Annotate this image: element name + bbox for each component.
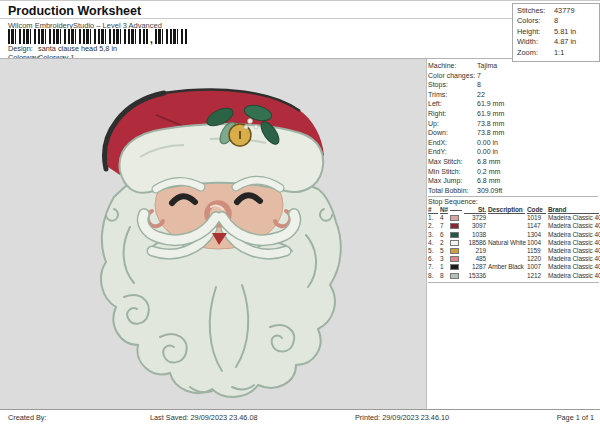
machine-value: 0.00 in: [477, 138, 498, 148]
thread-swatch: [450, 256, 459, 262]
machine-label: Down:: [428, 129, 448, 136]
height-label: Height:: [517, 27, 540, 36]
summary-row: Width:4.87 in: [513, 37, 599, 47]
machine-row: Down:73.8 mm: [428, 128, 598, 138]
machine-value: 8: [477, 80, 481, 90]
machine-row: Max Jump:6.8 mm: [428, 176, 598, 186]
machine-row: Min Stitch:0.2 mm: [428, 167, 598, 177]
width-value: 4.87 in: [554, 37, 576, 47]
design-value: santa clause head 5,8 in: [38, 44, 117, 53]
colors-value: 8: [554, 16, 558, 26]
machine-label: EndX:: [428, 139, 447, 146]
machine-value: 0.2 mm: [477, 167, 500, 177]
barcode-bars-right: [155, 29, 187, 44]
stop-table-header: # N# St. Description Code Brand: [428, 206, 599, 214]
design-canvas: [0, 59, 427, 409]
machine-row: Stops:8: [428, 80, 598, 90]
machine-label: Left:: [428, 100, 442, 107]
table-row: 5.5 219 1159Madeira Classic 40: [428, 247, 599, 255]
summary-box: Stitches:43779 Colors:8 Height:5.81 in W…: [512, 3, 600, 62]
barcode-bars-left: [8, 29, 148, 44]
printed-text: Printed: 29/09/2023 23.46.10: [355, 413, 449, 422]
machine-value: 6.8 mm: [477, 157, 500, 167]
page-title: Production Worksheet: [8, 4, 141, 18]
machine-value: 6.8 mm: [477, 176, 500, 186]
col-brand: Brand: [548, 206, 599, 214]
table-row: 3.6 1038 1304Madeira Classic 40: [428, 231, 599, 239]
summary-row: Height:5.81 in: [513, 27, 599, 37]
machine-value: 61.9 mm: [477, 109, 504, 119]
machine-label: Total Bobbin:: [428, 187, 468, 194]
machine-value: Tajima: [477, 61, 497, 71]
machine-row: Machine:Tajima: [428, 61, 598, 71]
summary-row: Colors:8: [513, 16, 599, 26]
machine-value: 73.8 mm: [477, 119, 504, 129]
machine-value: 73.8 mm: [477, 128, 504, 138]
barcode-separator: ,: [150, 36, 153, 44]
machine-value: 61.9 mm: [477, 99, 504, 109]
summary-row: Stitches:43779: [513, 6, 599, 16]
machine-row: Max Stitch:6.8 mm: [428, 157, 598, 167]
design-barcode: ,: [8, 29, 187, 44]
table-row: 4.2 18586Natural White 1004Madeira Class…: [428, 239, 599, 247]
machine-value: 309.09ft: [477, 186, 502, 196]
table-row: 6.3 485 1220Madeira Classic 40: [428, 255, 599, 263]
table-row: 2.7 3097 1147Madeira Classic 40: [428, 222, 599, 230]
machine-label: Stops:: [428, 81, 448, 88]
stop-sequence-title: Stop Sequence:: [428, 196, 598, 205]
machine-row: EndY:0.00 in: [428, 147, 598, 157]
machine-label: Right:: [428, 110, 446, 117]
stitches-label: Stitches:: [517, 6, 545, 15]
zoom-value: 1:1: [554, 48, 564, 58]
page-number: Page 1 of 1: [557, 413, 594, 422]
thread-swatch: [450, 223, 459, 229]
stop-sequence-table: # N# St. Description Code Brand 1.4 3729…: [428, 206, 599, 283]
table-row: 8.8 15336 1212Madeira Classic 40: [428, 272, 599, 280]
zoom-label: Zoom:: [517, 48, 538, 57]
machine-row: Right:61.9 mm: [428, 109, 598, 119]
col-stitches: St.: [464, 206, 486, 214]
col-num: #: [428, 206, 438, 214]
machine-row: Left:61.9 mm: [428, 99, 598, 109]
width-label: Width:: [517, 37, 538, 46]
col-needle: N#: [440, 206, 448, 214]
machine-label: Machine:: [428, 62, 456, 69]
thread-swatch: [450, 273, 459, 279]
stitches-value: 43779: [554, 6, 575, 16]
santa-design-graphic: [100, 87, 346, 403]
colors-label: Colors:: [517, 16, 540, 25]
machine-row: EndX:0.00 in: [428, 138, 598, 148]
thread-swatch: [450, 232, 459, 238]
machine-label: Min Stitch:: [428, 168, 461, 175]
title-divider: [0, 18, 600, 19]
table-row: 7.1 1287Amber Black 1007Madeira Classic …: [428, 263, 599, 271]
col-description: Description: [488, 206, 525, 214]
machine-value: 7: [477, 71, 481, 81]
machine-row: Up:73.8 mm: [428, 119, 598, 129]
table-row: 1.4 3729 1019Madeira Classic 40: [428, 214, 599, 222]
created-by-label: Created By:: [8, 413, 47, 422]
machine-label: EndY:: [428, 148, 447, 155]
thread-swatch: [450, 248, 459, 254]
height-value: 5.81 in: [554, 27, 576, 37]
design-label: Design:: [8, 44, 33, 53]
machine-label: Max Stitch:: [428, 158, 463, 165]
machine-value: 0.00 in: [477, 147, 498, 157]
machine-value: 22: [477, 90, 485, 100]
machine-panel: Machine:Tajima Color changes:7 Stops:8 T…: [428, 61, 598, 195]
col-code: Code: [527, 206, 546, 214]
summary-row: Zoom:1:1: [513, 48, 599, 58]
design-row: Design: santa clause head 5,8 in: [8, 44, 33, 53]
machine-label: Trims:: [428, 91, 447, 98]
machine-label: Max Jump:: [428, 177, 462, 184]
last-saved-text: Last Saved: 29/09/2023 23.46.08: [150, 413, 258, 422]
thread-swatch: [450, 264, 459, 270]
machine-row: Trims:22: [428, 90, 598, 100]
machine-row: Color changes:7: [428, 71, 598, 81]
machine-row: Total Bobbin:309.09ft: [428, 186, 598, 196]
footer: Created By: Last Saved: 29/09/2023 23.46…: [0, 409, 600, 424]
machine-label: Up:: [428, 120, 439, 127]
machine-label: Color changes:: [428, 72, 475, 79]
thread-swatch: [450, 240, 459, 246]
thread-swatch: [450, 215, 459, 221]
